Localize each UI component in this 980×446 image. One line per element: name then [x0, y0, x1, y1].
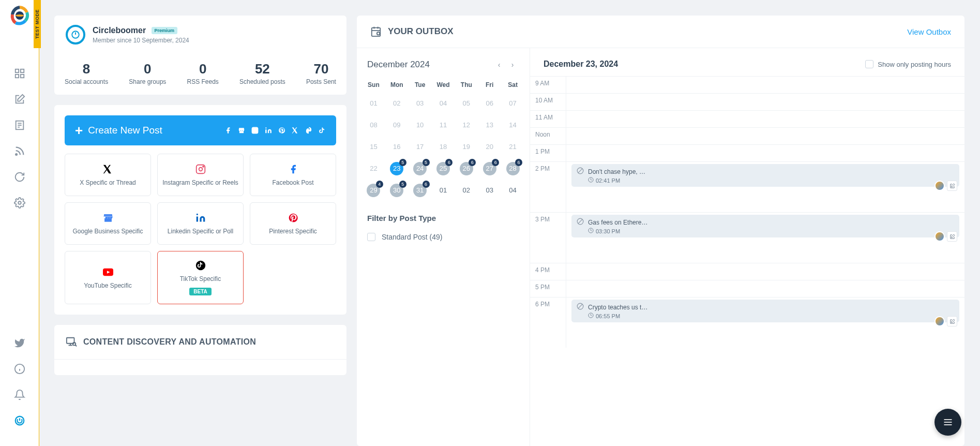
platform-card[interactable]: Linkedin Specific or Poll [157, 202, 244, 245]
day-count-badge: 6 [492, 159, 499, 166]
platform-card[interactable]: TikTok SpecificBETA [157, 251, 244, 304]
platform-card[interactable]: Facebook Post [250, 154, 336, 196]
nav-power-icon[interactable] [14, 415, 25, 426]
calendar-day[interactable]: 02 [385, 93, 409, 114]
calendar-day[interactable]: 235 [385, 158, 409, 180]
calendar-day[interactable]: 12 [455, 114, 478, 136]
instagram-icon [251, 127, 259, 134]
platform-card[interactable]: X Specific or Thread [65, 154, 151, 196]
day-count-badge: 6 [423, 181, 430, 188]
time-row: 9 AM [530, 76, 964, 93]
calendar-day[interactable]: 18 [432, 136, 455, 158]
calendar-day[interactable]: 02 [455, 180, 478, 201]
calendar-day[interactable]: 305 [385, 180, 409, 201]
calendar-day[interactable]: 19 [455, 136, 478, 158]
time-label: 5 PM [530, 280, 566, 297]
edit-post-button[interactable] [947, 181, 957, 191]
view-outbox-link[interactable]: View Outbox [907, 27, 951, 36]
calendar-day[interactable]: 07 [501, 93, 524, 114]
calendar-day[interactable]: 08 [362, 114, 385, 136]
create-new-post-button[interactable]: + Create New Post [65, 115, 336, 145]
svg-line-44 [578, 219, 582, 224]
facebook-icon [224, 127, 232, 134]
search-monitor-icon [66, 336, 77, 348]
platform-card[interactable]: YouTube Specific [65, 251, 151, 304]
svg-line-41 [578, 169, 582, 173]
platform-card[interactable]: Pinterest Specific [250, 202, 336, 245]
svg-point-24 [199, 168, 202, 171]
x-icon [292, 127, 299, 134]
day-count-badge: 5 [399, 159, 406, 166]
platform-icon [195, 212, 206, 224]
platform-card[interactable]: Instagram Specific or Reels [157, 154, 244, 196]
calendar-day[interactable]: 04 [432, 93, 455, 114]
platform-icon [288, 163, 298, 175]
calendar-day[interactable]: 01 [432, 180, 455, 201]
calendar-day[interactable]: 11 [432, 114, 455, 136]
calendar-day[interactable]: 01 [362, 93, 385, 114]
calendar-day[interactable]: 05 [455, 93, 478, 114]
calendar-day[interactable]: 256 [432, 158, 455, 180]
scheduled-post-card[interactable]: Don't chase hype, …02:41 PM [571, 164, 959, 187]
svg-point-20 [254, 129, 257, 132]
svg-rect-2 [15, 69, 18, 72]
nav-twitter-icon[interactable] [14, 337, 25, 349]
month-next-button[interactable]: › [506, 61, 519, 69]
svg-rect-5 [20, 75, 23, 78]
calendar-day[interactable]: 04 [501, 180, 524, 201]
nav-info-icon[interactable] [14, 363, 25, 375]
platform-label: YouTube Specific [84, 282, 132, 289]
platform-card[interactable]: Google Business Specific [65, 202, 151, 245]
nav-rss-icon[interactable] [14, 145, 25, 157]
calendar-day[interactable]: 17 [409, 136, 432, 158]
calendar-day[interactable]: 03 [409, 93, 432, 114]
nav-dashboard-icon[interactable] [14, 68, 25, 79]
calendar-day[interactable]: 20 [478, 136, 501, 158]
block-icon [577, 303, 584, 311]
calendar-day[interactable]: 316 [409, 180, 432, 201]
calendar-day[interactable]: 09 [385, 114, 409, 136]
day-count-badge: 5 [423, 159, 430, 166]
nav-bell-icon[interactable] [14, 389, 25, 400]
content-discovery-card: CONTENT DISCOVERY AND AUTOMATION [54, 325, 346, 375]
nav-document-icon[interactable] [14, 120, 25, 131]
calendar-day[interactable]: 03 [478, 180, 501, 201]
calendar-dow: Sun [362, 81, 385, 88]
calendar-day[interactable]: 15 [362, 136, 385, 158]
calendar-day[interactable]: 245 [409, 158, 432, 180]
platform-label: Linkedin Specific or Poll [168, 228, 233, 235]
calendar-day[interactable]: 286 [501, 158, 524, 180]
calendar-day[interactable]: 14 [501, 114, 524, 136]
calendar-day[interactable]: 16 [385, 136, 409, 158]
nav-compose-icon[interactable] [14, 94, 25, 105]
post-time: 02:41 PM [596, 177, 620, 184]
time-row: 2 PMDon't chase hype, …02:41 PM [530, 161, 964, 212]
calendar-day[interactable]: 06 [478, 93, 501, 114]
stat-value: 0 [129, 61, 166, 77]
calendar-day[interactable]: 294 [362, 180, 385, 201]
calendar-day[interactable]: 13 [478, 114, 501, 136]
nav-recycle-icon[interactable] [14, 171, 25, 183]
fab-menu-button[interactable] [934, 409, 961, 436]
month-prev-button[interactable]: ‹ [492, 61, 506, 69]
stat-label: Social accounts [65, 78, 108, 85]
time-label: 2 PM [530, 162, 566, 212]
svg-point-21 [257, 128, 257, 129]
app-logo[interactable] [9, 5, 30, 26]
calendar-day[interactable]: 266 [455, 158, 478, 180]
scheduled-post-card[interactable]: Crypto teaches us t…06:55 PM [571, 300, 959, 322]
calendar-day[interactable]: 10 [409, 114, 432, 136]
post-avatar [934, 181, 945, 191]
day-count-badge: 5 [399, 181, 406, 188]
calendar-day[interactable]: 276 [478, 158, 501, 180]
calendar-day[interactable]: 22 [362, 158, 385, 180]
calendar-day[interactable]: 21 [501, 136, 524, 158]
nav-settings-icon[interactable] [14, 197, 25, 209]
scheduled-post-card[interactable]: Gas fees on Ethere…03:30 PM [571, 215, 959, 237]
edit-post-button[interactable] [947, 316, 957, 326]
show-posting-hours-checkbox[interactable] [865, 60, 873, 68]
timeline-scroll[interactable]: 9 AM10 AM11 AMNoon1 PM2 PMDon't chase hy… [530, 76, 964, 446]
stat-label: Scheduled posts [239, 78, 285, 85]
filter-checkbox[interactable] [367, 233, 375, 241]
edit-post-button[interactable] [947, 231, 957, 242]
